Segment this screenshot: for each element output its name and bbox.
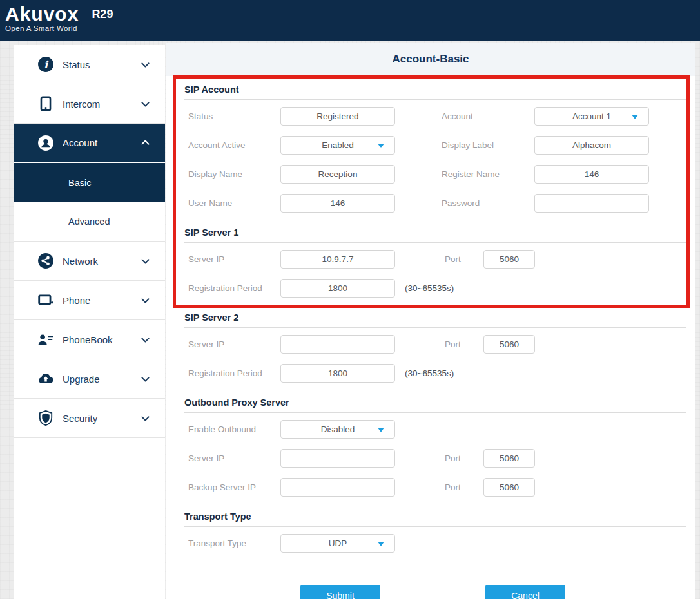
- logo-tagline: Open A Smart World: [5, 24, 79, 32]
- dropdown-arrow-icon: [378, 542, 384, 546]
- port-label: Port: [445, 482, 483, 492]
- form-row: User Name Password: [184, 189, 686, 218]
- form-row: Account Active Enabled Display Label: [184, 131, 686, 160]
- registration-period-field[interactable]: [280, 279, 395, 298]
- server-ip-field[interactable]: [280, 335, 395, 354]
- section-title-sip-server-2: SIP Server 2: [184, 304, 686, 327]
- display-label-field[interactable]: [534, 136, 649, 155]
- sidebar-item-phone[interactable]: Phone: [14, 281, 165, 320]
- form-row: Transport Type UDP: [184, 529, 686, 558]
- enable-outbound-select-value: Disabled: [321, 424, 355, 434]
- phonebook-icon: [37, 331, 54, 348]
- sip-server-1-rows: Server IP Port Registration Period (30~6…: [184, 243, 686, 304]
- page-title: Account-Basic: [392, 53, 469, 66]
- sidebar-item-label: Security: [63, 413, 97, 424]
- chevron-down-icon: [140, 99, 151, 109]
- chevron-down-icon: [140, 295, 151, 306]
- sidebar-item-label: Network: [63, 256, 98, 267]
- transport-type-select[interactable]: UDP: [280, 534, 395, 553]
- button-gap: [380, 585, 485, 599]
- password-field[interactable]: [534, 194, 649, 213]
- port-field[interactable]: [483, 335, 535, 354]
- form-row: Server IP Port: [184, 245, 686, 274]
- status-field[interactable]: [280, 107, 395, 126]
- form-row: Display Name Register Name: [184, 160, 686, 189]
- server-ip-field[interactable]: [280, 250, 395, 269]
- sidebar-subitem-label: Advanced: [68, 216, 110, 227]
- sidebar-item-basic[interactable]: Basic: [14, 163, 165, 202]
- register-name-label: Register Name: [442, 169, 534, 179]
- section-title-sip-server-1: SIP Server 1: [184, 219, 686, 242]
- user-name-label: User Name: [188, 198, 280, 208]
- chevron-down-icon: [140, 413, 151, 424]
- cancel-button[interactable]: Cancel: [485, 585, 565, 599]
- user-name-field[interactable]: [280, 194, 395, 213]
- account-active-select-value: Enabled: [322, 140, 354, 150]
- port-field[interactable]: [483, 449, 535, 468]
- transport-type-rows: Transport Type UDP: [184, 527, 686, 559]
- sidebar-item-upgrade[interactable]: Upgrade: [14, 359, 165, 399]
- section-title-outbound-proxy: Outbound Proxy Server: [184, 389, 686, 412]
- action-buttons: Submit Cancel: [300, 585, 686, 599]
- sidebar-item-security[interactable]: Security: [14, 399, 165, 438]
- section-title-transport-type: Transport Type: [184, 503, 686, 526]
- port-label: Port: [445, 254, 483, 264]
- sidebar-item-label: Phone: [63, 295, 90, 306]
- phone-icon: [37, 292, 54, 309]
- sidebar-item-account[interactable]: Account: [14, 124, 165, 163]
- sidebar-item-intercom[interactable]: Intercom: [14, 84, 165, 124]
- chevron-up-icon: [140, 137, 151, 148]
- sidebar-item-advanced[interactable]: Advanced: [14, 202, 165, 242]
- sidebar-item-network[interactable]: Network: [14, 242, 165, 281]
- enable-outbound-label: Enable Outbound: [188, 424, 280, 434]
- registration-period-field[interactable]: [280, 364, 395, 383]
- sidebar-item-label: Status: [63, 59, 90, 70]
- display-name-label: Display Name: [188, 169, 280, 179]
- registration-period-hint: (30~65535s): [405, 283, 454, 293]
- display-name-field[interactable]: [280, 165, 395, 184]
- form-row: Status Account Account 1: [184, 102, 686, 131]
- dropdown-arrow-icon: [378, 428, 384, 432]
- sip-server-2-rows: Server IP Port Registration Period (30~6…: [184, 328, 686, 389]
- form-row: Enable Outbound Disabled: [184, 415, 686, 444]
- register-name-field[interactable]: [534, 165, 649, 184]
- sidebar-item-status[interactable]: i Status: [14, 45, 165, 84]
- port-field[interactable]: [483, 250, 535, 269]
- sidebar-subitem-label: Basic: [68, 178, 91, 188]
- form-row: Backup Server IP Port: [184, 473, 686, 502]
- main-content: Account-Basic SIP Account Status Account…: [166, 43, 695, 599]
- server-ip-label: Server IP: [188, 254, 280, 264]
- sip-account-rows: Status Account Account 1 Account Active …: [184, 100, 686, 219]
- chevron-down-icon: [140, 334, 151, 345]
- account-select[interactable]: Account 1: [534, 107, 649, 126]
- form-row: Registration Period (30~65535s): [184, 359, 686, 388]
- account-select-value: Account 1: [572, 111, 611, 121]
- display-label-label: Display Label: [442, 140, 534, 150]
- chevron-down-icon: [140, 59, 151, 70]
- form-row: Server IP Port: [184, 330, 686, 359]
- device-model: R29: [92, 8, 113, 21]
- page-title-band: Account-Basic: [166, 43, 695, 76]
- outbound-server-ip-field[interactable]: [280, 449, 395, 468]
- submit-button[interactable]: Submit: [300, 585, 380, 599]
- sidebar-item-label: Intercom: [63, 99, 100, 109]
- registration-period-hint: (30~65535s): [405, 368, 454, 378]
- outbound-server-ip-label: Server IP: [188, 453, 280, 463]
- logo-text: Akuvox: [5, 5, 79, 24]
- transport-type-label: Transport Type: [188, 538, 280, 548]
- network-icon: [37, 252, 54, 269]
- sidebar-item-phonebook[interactable]: PhoneBook: [14, 320, 165, 359]
- tablet-icon: [37, 95, 54, 112]
- backup-server-ip-field[interactable]: [280, 478, 395, 497]
- form-area: SIP Account Status Account Account 1 Acc…: [166, 76, 695, 599]
- person-icon: [37, 135, 54, 151]
- port-field[interactable]: [483, 478, 535, 497]
- section-title-sip-account: SIP Account: [184, 76, 686, 99]
- port-label: Port: [445, 339, 483, 349]
- upgrade-icon: [37, 370, 54, 387]
- form-row: Server IP Port: [184, 444, 686, 473]
- account-active-select[interactable]: Enabled: [280, 136, 395, 155]
- enable-outbound-select[interactable]: Disabled: [280, 420, 395, 439]
- chevron-down-icon: [140, 374, 151, 385]
- status-label: Status: [188, 111, 280, 121]
